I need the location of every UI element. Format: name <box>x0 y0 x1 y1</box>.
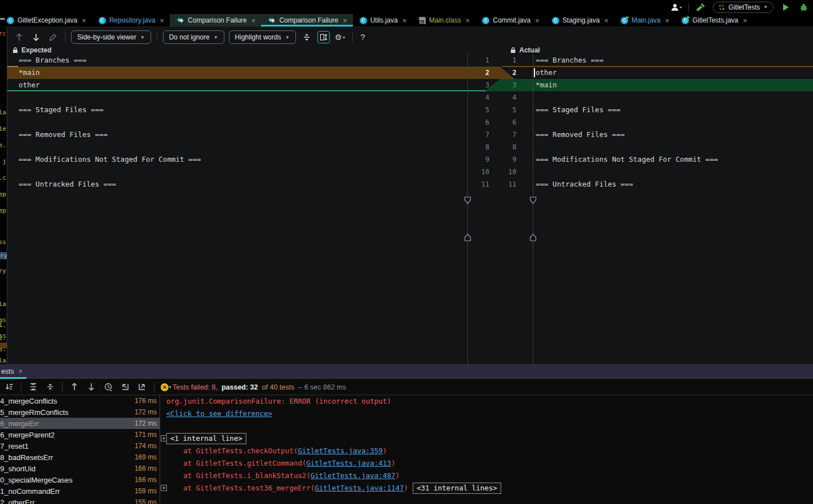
run-configuration-select[interactable]: GitletTests ▼ <box>713 2 774 13</box>
stack-frame-link[interactable]: GitletTests.java:487 <box>311 471 396 480</box>
previous-change-icon[interactable] <box>13 31 25 43</box>
ignore-policy-dropdown[interactable]: Do not ignore ▼ <box>163 30 224 44</box>
diff-line-expected: === Untracked Files === <box>7 178 467 191</box>
collapse-unchanged-icon[interactable] <box>301 31 313 43</box>
line-number: 3 <box>467 79 489 91</box>
console-line <box>160 420 813 432</box>
console-line: at GitletTests.gitletCommand(GitletTests… <box>160 457 813 470</box>
close-icon[interactable]: × <box>743 17 748 24</box>
actual-editor-pane[interactable]: === Branches ===other*main=== Staged Fil… <box>533 54 813 364</box>
test-duration: 166 ms <box>135 476 160 484</box>
expected-label: Expected <box>21 46 51 54</box>
stack-frame-text: at GitletTests.checkOutput( <box>183 446 298 455</box>
fold-expand-icon[interactable]: + <box>161 435 167 441</box>
failed-count: Tests failed: 8, <box>173 383 218 391</box>
titlebar: GitletTests ▼ <box>0 0 813 14</box>
console-line: <Click to see difference> <box>160 408 813 420</box>
test-duration: 166 ms <box>135 465 160 472</box>
test-name: 41_noCommandErr <box>0 487 135 496</box>
sort-by-duration-icon[interactable] <box>2 381 16 393</box>
close-icon[interactable]: × <box>402 17 406 24</box>
fold-expand-icon[interactable]: + <box>161 485 167 491</box>
line-number: 7 <box>467 129 489 141</box>
ignore-policy-label: Do not ignore <box>169 33 210 41</box>
close-icon[interactable]: × <box>665 17 670 24</box>
total-count: of 40 tests <box>262 383 295 391</box>
test-row-42_otherErr[interactable]: 42_otherErr155 ms <box>0 497 160 504</box>
test-row-35_mergeRmConflicts[interactable]: 35_mergeRmConflicts172 ms <box>0 406 160 418</box>
next-occurrence-icon[interactable] <box>85 381 98 393</box>
test-row-40_specialMergeCases[interactable]: 40_specialMergeCases166 ms <box>0 474 160 485</box>
test-row-36_mergeErr[interactable]: 36_mergeErr172 ms <box>0 418 160 429</box>
tab-gitletexception-java[interactable]: CGitletException.java× <box>0 14 92 26</box>
test-row-39_shortUid[interactable]: 39_shortUid166 ms <box>0 463 160 474</box>
tab-comparison-failure[interactable]: Comparison Failure× <box>170 14 261 26</box>
stack-frame-link[interactable]: GitletTests.java:413 <box>306 459 391 467</box>
expand-all-icon[interactable] <box>26 381 40 393</box>
next-change-icon[interactable] <box>30 31 42 43</box>
close-icon[interactable]: × <box>19 368 23 375</box>
tab-utils-java[interactable]: CUtils.java× <box>353 14 412 26</box>
viewer-mode-dropdown[interactable]: Side-by-side viewer ▼ <box>71 30 151 44</box>
test-row-36_mergeParent2[interactable]: 36_mergeParent2171 ms <box>0 429 160 440</box>
export-test-results-icon[interactable] <box>135 381 149 393</box>
close-icon[interactable]: × <box>604 17 609 24</box>
test-runner-toolbar: ⚙▼ ✕ Tests failed: 8, passed: 32 of 40 t… <box>0 379 813 395</box>
test-row-34_mergeConflicts[interactable]: 34_mergeConflicts176 ms <box>0 395 160 406</box>
folded-internal-lines[interactable]: <1 internal line> <box>166 433 246 444</box>
java-class-run-icon: C <box>621 17 628 24</box>
fold-marker-down-icon <box>529 196 537 205</box>
see-difference-link[interactable]: <Click to see difference> <box>166 409 272 418</box>
toolbar-separator <box>352 33 353 42</box>
run-play-icon[interactable] <box>779 1 792 14</box>
test-name: 40_specialMergeCases <box>0 476 135 484</box>
folded-internal-lines[interactable]: <31 internal lines> <box>413 483 501 494</box>
build-hammer-icon[interactable] <box>695 1 707 14</box>
edit-pencil-icon[interactable] <box>47 31 59 43</box>
collapse-all-icon[interactable] <box>43 381 57 393</box>
help-icon[interactable]: ? <box>359 33 368 42</box>
close-icon[interactable]: × <box>251 17 256 24</box>
java-class-run-icon: C <box>682 17 689 24</box>
test-history-icon[interactable] <box>101 381 115 393</box>
sync-scrolling-icon[interactable] <box>317 31 330 43</box>
tab-main-class[interactable]: 01Main.class× <box>412 14 475 26</box>
diff-line-expected <box>7 116 467 129</box>
close-icon[interactable]: × <box>160 17 164 24</box>
tab-label: GitletException.java <box>17 16 77 24</box>
chevron-down-icon: ▼ <box>285 35 290 40</box>
close-icon[interactable]: × <box>82 17 86 24</box>
previous-occurrence-icon[interactable] <box>68 381 81 393</box>
expected-editor-pane[interactable]: === Branches ===*mainother=== Staged Fil… <box>7 54 467 364</box>
close-icon[interactable]: × <box>535 17 540 24</box>
user-icon[interactable] <box>670 1 683 14</box>
import-test-results-icon[interactable] <box>118 381 132 393</box>
tab-comparison-failure[interactable]: Comparison Failure× <box>261 14 352 26</box>
java-class-icon: C <box>7 17 14 24</box>
stack-frame-link[interactable]: GitletTests.java:359 <box>298 446 383 455</box>
close-icon[interactable]: × <box>466 17 470 24</box>
clipped-filename-fragment: rc <box>0 30 6 37</box>
diff-line-expected <box>7 91 467 104</box>
close-icon[interactable]: × <box>343 17 347 24</box>
tab-main-java[interactable]: CMain.java× <box>614 14 675 26</box>
test-name: 34_mergeConflicts <box>0 397 135 405</box>
tab-staging-java[interactable]: CStaging.java× <box>545 14 615 26</box>
stack-frame-link[interactable]: GitletTests.java:1147 <box>315 484 404 492</box>
tab-gitlettests-java[interactable]: CGitletTests.java× <box>675 14 753 26</box>
test-row-41_noCommandErr[interactable]: 41_noCommandErr159 ms <box>0 485 160 497</box>
binary-file-icon: 01 <box>419 17 426 24</box>
highlight-mode-dropdown[interactable]: Highlight words ▼ <box>229 30 296 44</box>
test-name: 42_otherErr <box>0 498 135 504</box>
line-number: 9 <box>467 153 489 166</box>
debug-bug-icon[interactable] <box>797 1 810 14</box>
tab-commit-java[interactable]: CCommit.java× <box>475 14 545 26</box>
tab-repository-java[interactable]: CRepository.java× <box>92 14 170 26</box>
diff-line-expected: *main <box>7 67 467 79</box>
tests-failed-icon: ✕ <box>161 383 169 391</box>
test-name: 38_badResetsErr <box>0 453 135 462</box>
settings-gear-icon[interactable]: ⚙▼ <box>334 31 347 43</box>
test-row-37_reset1[interactable]: 37_reset1174 ms <box>0 440 160 452</box>
test-row-38_badResetsErr[interactable]: 38_badResetsErr169 ms <box>0 452 160 463</box>
diff-content: === Branches ===*mainother=== Staged Fil… <box>0 54 813 364</box>
